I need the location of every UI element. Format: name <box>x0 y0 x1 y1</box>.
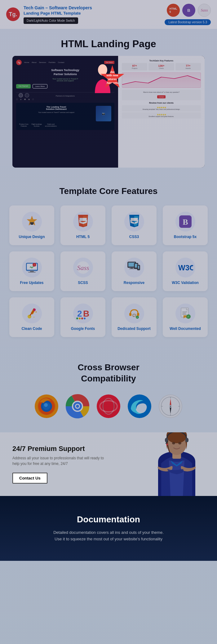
docs-section: Documentation Detailed documentation cov… <box>0 496 217 561</box>
support-text: 24/7 Premium Support Address all your is… <box>12 445 205 484</box>
support-desc: Address all your issue to professionals … <box>12 455 205 466</box>
contact-button[interactable]: Contact Us <box>12 473 47 484</box>
updated-badge: Updatedwith newFeatures &Enhancement <box>100 65 125 90</box>
support-title: 24/7 Premium Support <box>12 445 205 453</box>
docs-desc: Detailed documentation covers all ins an… <box>46 529 170 543</box>
docs-title: Documentation <box>9 515 208 525</box>
